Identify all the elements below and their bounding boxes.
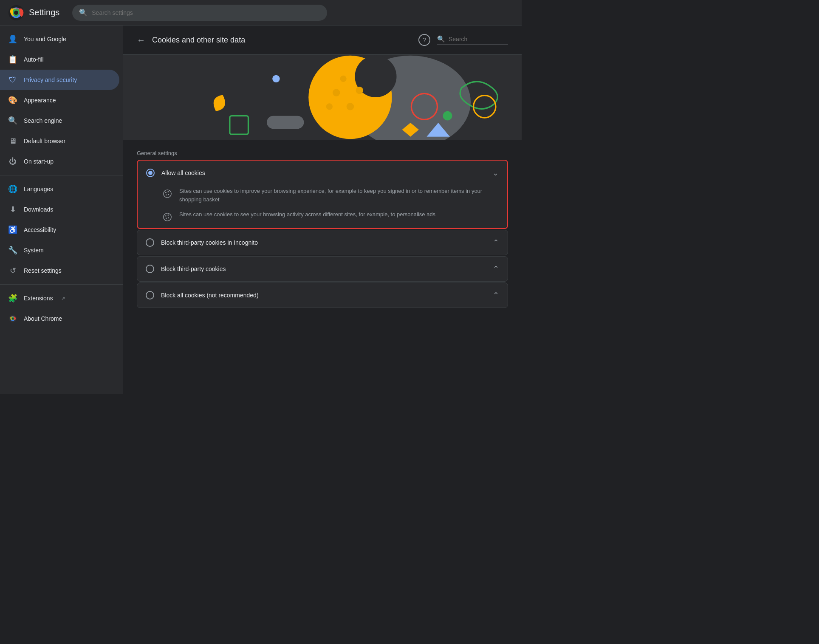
svg-rect-16: [267, 116, 304, 129]
svg-point-23: [164, 190, 171, 198]
sidebar-item-appearance[interactable]: 🎨 Appearance: [0, 90, 119, 110]
sidebar-item-default-browser[interactable]: 🖥 Default browser: [0, 131, 119, 151]
radio-allow-all[interactable]: [146, 169, 155, 177]
cookie-icon-2: [161, 211, 173, 223]
option-allow-all-cookies[interactable]: Allow all cookies ⌄: [137, 160, 508, 229]
option-allow-all-expanded: Sites can use cookies to improve your br…: [138, 185, 507, 228]
sub-item-1: Sites can use cookies to improve your br…: [161, 187, 507, 203]
external-link-icon: ↗: [61, 296, 65, 301]
chevron-down-icon-2: ⌃: [493, 264, 499, 274]
cookie-icon-1: [161, 188, 173, 200]
sidebar-label-default-browser: Default browser: [24, 138, 65, 144]
sidebar-item-on-startup[interactable]: ⏻ On start-up: [0, 151, 119, 172]
sidebar: 👤 You and Google 📋 Auto-fill 🛡 Privacy a…: [0, 25, 123, 394]
sidebar-label-search-engine: Search engine: [24, 117, 62, 124]
palette-icon: 🎨: [8, 96, 17, 105]
content-title: Cookies and other site data: [152, 36, 412, 45]
sidebar-item-privacy-security[interactable]: 🛡 Privacy and security: [0, 70, 119, 90]
sidebar-item-autofill[interactable]: 📋 Auto-fill: [0, 49, 119, 70]
sidebar-label-accessibility: Accessibility: [24, 226, 56, 233]
sidebar-item-reset-settings[interactable]: ↺ Reset settings: [0, 260, 119, 281]
chevron-up-icon: ⌄: [492, 168, 499, 178]
sidebar-label-languages: Languages: [24, 186, 53, 192]
sidebar-item-languages[interactable]: 🌐 Languages: [0, 179, 119, 199]
accessibility-icon: ♿: [8, 226, 17, 234]
topbar-search-icon: 🔍: [79, 8, 88, 17]
radio-block-third-incognito[interactable]: [146, 238, 154, 247]
header-search-box[interactable]: 🔍: [437, 35, 508, 45]
svg-point-11: [347, 103, 354, 110]
sidebar-item-accessibility[interactable]: ♿ Accessibility: [0, 220, 119, 240]
header-search-input[interactable]: [449, 36, 508, 42]
app-title: Settings: [29, 8, 59, 17]
sidebar-divider-1: [0, 175, 123, 175]
sidebar-item-downloads[interactable]: ⬇ Downloads: [0, 199, 119, 220]
svg-point-31: [168, 217, 169, 218]
svg-point-14: [340, 76, 346, 82]
option-block-third-incognito-label: Block third-party cookies in Incognito: [161, 239, 486, 246]
sidebar-label-on-startup: On start-up: [24, 158, 54, 165]
header-actions: ? 🔍: [418, 34, 508, 46]
sidebar-label-appearance: Appearance: [24, 97, 56, 104]
sidebar-label-extensions: Extensions: [24, 295, 53, 302]
sidebar-label-reset-settings: Reset settings: [24, 267, 62, 274]
svg-point-32: [166, 217, 167, 219]
svg-point-26: [168, 194, 169, 195]
sidebar-item-extensions[interactable]: 🧩 Extensions ↗: [0, 288, 119, 308]
chevron-down-icon-3: ⌃: [493, 291, 499, 300]
chrome-about-icon: [8, 314, 17, 323]
main-content: ← Cookies and other site data ? 🔍: [123, 25, 522, 394]
svg-point-2: [14, 11, 18, 15]
chrome-logo-icon: [8, 5, 24, 20]
sidebar-item-about-chrome[interactable]: About Chrome: [0, 308, 119, 329]
download-icon: ⬇: [8, 205, 17, 214]
sidebar-label-autofill: Auto-fill: [24, 56, 44, 63]
svg-point-27: [166, 194, 167, 195]
option-allow-all-cookies-header[interactable]: Allow all cookies ⌄: [138, 161, 507, 185]
svg-point-10: [333, 89, 340, 96]
topbar-search-box[interactable]: 🔍: [72, 5, 327, 21]
list-icon: 📋: [8, 55, 17, 64]
history-icon: ↺: [8, 266, 17, 275]
hero-svg: [123, 55, 522, 140]
section-label: General settings: [137, 150, 508, 156]
person-icon: 👤: [8, 35, 17, 43]
back-button[interactable]: ←: [137, 35, 145, 45]
puzzle-icon: 🧩: [8, 294, 17, 302]
sub-item-2: Sites can use cookies to see your browsi…: [161, 210, 507, 223]
option-block-third[interactable]: Block third-party cookies ⌃: [137, 256, 508, 282]
sidebar-item-you-and-google[interactable]: 👤 You and Google: [0, 29, 119, 49]
sidebar-item-system[interactable]: 🔧 System: [0, 240, 119, 260]
shield-icon: 🛡: [8, 76, 17, 84]
svg-point-24: [165, 192, 167, 193]
power-icon: ⏻: [8, 157, 17, 166]
globe-icon: 🌐: [8, 185, 17, 193]
general-settings-section: General settings Allow all cookies ⌄: [123, 140, 522, 308]
radio-block-all[interactable]: [146, 291, 154, 299]
svg-point-30: [167, 215, 169, 216]
sidebar-item-search-engine[interactable]: 🔍 Search engine: [0, 110, 119, 131]
sidebar-label-system: System: [24, 247, 44, 254]
option-block-all-header[interactable]: Block all cookies (not recommended) ⌃: [137, 283, 508, 308]
option-allow-all-label: Allow all cookies: [161, 169, 486, 176]
svg-point-21: [443, 111, 452, 121]
sidebar-label-privacy-security: Privacy and security: [24, 76, 77, 83]
chevron-down-icon-1: ⌃: [493, 238, 499, 247]
sidebar-label-you-and-google: You and Google: [24, 36, 66, 42]
svg-point-12: [356, 87, 363, 94]
option-block-third-incognito[interactable]: Block third-party cookies in Incognito ⌃: [137, 230, 508, 255]
option-block-third-incognito-header[interactable]: Block third-party cookies in Incognito ⌃: [137, 230, 508, 255]
svg-point-13: [326, 103, 333, 110]
radio-block-third[interactable]: [146, 265, 154, 273]
option-block-all[interactable]: Block all cookies (not recommended) ⌃: [137, 282, 508, 308]
topbar: Settings 🔍: [0, 0, 522, 25]
option-block-all-label: Block all cookies (not recommended): [161, 292, 486, 299]
help-icon[interactable]: ?: [418, 34, 430, 46]
topbar-search-input[interactable]: [92, 9, 320, 16]
sub-item-text-1: Sites can use cookies to improve your br…: [179, 187, 499, 203]
main-layout: 👤 You and Google 📋 Auto-fill 🛡 Privacy a…: [0, 25, 522, 394]
option-block-third-header[interactable]: Block third-party cookies ⌃: [137, 257, 508, 281]
content-header: ← Cookies and other site data ? 🔍: [123, 25, 522, 55]
sidebar-divider-2: [0, 284, 123, 285]
svg-point-25: [167, 191, 169, 192]
